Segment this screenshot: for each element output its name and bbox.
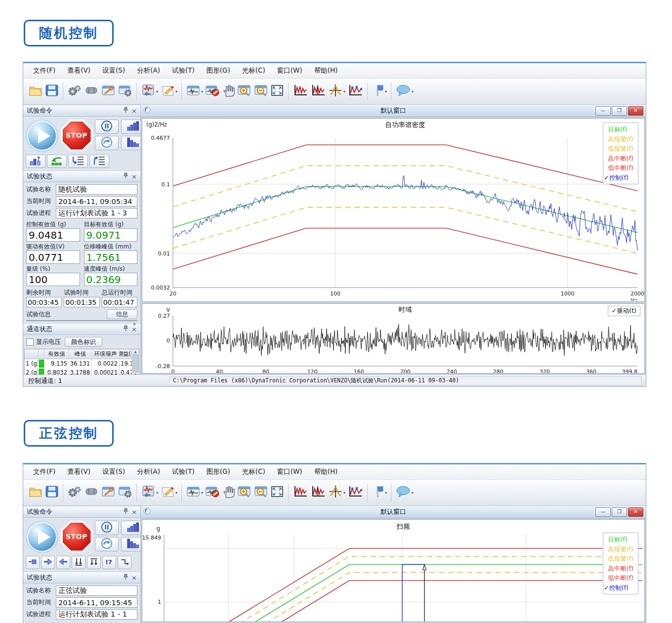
legend-item-5[interactable]: ✓控制(f) [608,583,633,593]
dropdown-arrow-icon[interactable]: ▾ [201,491,203,495]
menu-item-4[interactable]: 试验(T) [166,466,201,478]
step-into-button[interactable] [68,155,88,168]
toolbar-window-zoom-out-button[interactable] [252,482,269,503]
vertical-scrollbar[interactable]: ▲▼ [131,349,139,374]
show-voltage-checkbox[interactable] [26,338,34,346]
child-window-titlebar[interactable]: 默认窗口 — ❐ ✕ [141,105,646,117]
info-button[interactable]: 信息 [107,309,137,319]
toolbar-window-zoom-out-button[interactable] [252,81,269,102]
menu-item-7[interactable]: 窗口(W) [271,65,308,77]
menu-item-1[interactable]: 查看(V) [61,65,96,77]
scroll-up-icon[interactable]: ▲ [133,321,136,326]
toolbar-peak-cross-button[interactable]: ▾ [327,482,346,503]
legend-item-1[interactable]: 高报警(f) [608,544,633,554]
toolbar-fit-window-button[interactable] [269,81,285,102]
toolbar-spectrum-peaks-button[interactable] [292,81,309,102]
pin-icon[interactable] [124,325,128,333]
menu-item-4[interactable]: 试验(T) [166,65,201,77]
close-icon[interactable]: × [131,575,137,581]
color-id-button[interactable]: 颜色标识 [65,337,102,347]
schedule-return-button[interactable] [47,155,67,168]
toolbar-spectrum-dots-button[interactable] [346,482,364,503]
menu-item-2[interactable]: 设置(S) [96,65,131,77]
branch-button[interactable] [118,556,131,569]
minimize-button[interactable]: — [595,106,611,116]
restore-button[interactable]: ❐ [612,507,627,517]
toolbar-edit-note-button[interactable]: ▾ [159,482,178,503]
dropdown-arrow-icon[interactable]: ▾ [156,89,158,94]
menu-item-5[interactable]: 图形(G) [201,466,236,478]
level-up-button[interactable] [121,521,141,535]
toolbar-save-button[interactable] [44,482,60,503]
toolbar-spectrum-dots-button[interactable] [346,81,364,102]
toolbar-hand-button[interactable] [221,81,236,102]
start-button[interactable] [26,120,58,152]
close-button[interactable]: ✕ [628,106,643,116]
toolbar-window-wave-button[interactable]: ▾ [185,482,204,503]
dash-square-button[interactable] [26,556,40,569]
toolbar-window-zoom-in-button[interactable] [236,482,252,503]
dropdown-arrow-icon[interactable]: ▾ [412,491,414,495]
toolbar-edit-note-button[interactable]: ▾ [159,81,178,102]
level-down-button[interactable] [121,136,141,150]
menu-item-7[interactable]: 窗口(W) [271,466,308,478]
level-down-button[interactable] [121,537,141,551]
table-header-cell[interactable]: 峰值 [69,349,92,359]
legend-item-5[interactable]: ✓控制(f) [608,173,633,183]
legend-item-3[interactable]: 高中断(f) [608,564,633,574]
pin-icon[interactable] [124,172,128,180]
table-header-cell[interactable]: 有效值 [44,349,69,359]
toolbar-window-wrench-button[interactable] [100,482,117,503]
menu-item-3[interactable]: 分析(A) [131,65,166,77]
dropdown-arrow-icon[interactable]: ▾ [175,89,177,94]
drive-legend[interactable]: ✓驱动(t) [608,306,640,316]
toolbar-spectrum-cursor-button[interactable] [309,482,327,503]
pause-button[interactable] [95,120,119,134]
toolbar-spectrum-cursor-button[interactable] [309,81,327,102]
legend-item-0[interactable]: 目标(f) [608,125,633,134]
toolbar-comment-button[interactable]: ▾ [394,81,415,102]
stop-button[interactable]: STOP [61,120,92,151]
pause-button[interactable] [95,521,119,535]
toolbar-import-signal-button[interactable]: ▾ [140,81,159,102]
stop-button[interactable]: STOP [61,521,92,552]
toolbar-comment-button[interactable]: ▾ [394,482,415,503]
toolbar-flag-button[interactable]: ▾ [371,482,388,503]
menu-item-5[interactable]: 图形(G) [201,65,236,77]
step-over-button[interactable] [89,155,109,168]
toolbar-window-gear-button[interactable] [117,81,133,102]
child-window-titlebar[interactable]: 默认窗口 — ❐ ✕ [141,506,646,518]
menu-item-3[interactable]: 分析(A) [131,466,166,478]
dropdown-arrow-icon[interactable]: ▾ [156,491,158,495]
toolbar-spectrum-peaks-button[interactable] [292,482,309,503]
merge-down-button[interactable] [72,556,85,569]
legend-item-4[interactable]: 低中断(f) [608,573,633,583]
menu-item-8[interactable]: 帮助(H) [308,65,344,77]
table-row[interactable]: 1 (g)9.13536.1310.0022119.16 [25,359,139,368]
menu-item-0[interactable]: 文件(F) [27,65,61,77]
toolbar-open-folder-button[interactable] [27,81,44,102]
resume-button[interactable] [95,537,119,551]
toolbar-fit-window-button[interactable] [269,482,285,503]
menu-item-0[interactable]: 文件(F) [27,466,61,478]
toolbar-hand-button[interactable] [221,482,236,503]
toolbar-flag-button[interactable]: ▾ [371,81,388,102]
arrow-left-button[interactable] [56,556,70,569]
toolbar-window-gear-button[interactable] [117,482,133,503]
levels-query-button[interactable]: ? [26,155,45,168]
pin-icon[interactable] [124,508,128,516]
level-up-button[interactable] [121,120,141,134]
toolbar-window-stop-button[interactable] [204,482,221,503]
dropdown-arrow-icon[interactable]: ▾ [201,89,203,94]
minimize-button[interactable]: — [595,507,611,517]
close-icon[interactable]: × [131,108,137,114]
toolbar-shaker-button[interactable] [83,482,100,503]
toolbar-peak-cross-button[interactable]: ▾ [327,81,346,102]
table-header-cell[interactable] [39,349,44,359]
legend-item-1[interactable]: 高报警(f) [608,134,633,144]
dropdown-arrow-icon[interactable]: ▾ [385,89,387,94]
legend-item-0[interactable]: 目标(f) [608,535,633,544]
dropdown-arrow-icon[interactable]: ▾ [412,89,414,94]
toolbar-window-zoom-in-button[interactable] [236,81,252,102]
dropdown-arrow-icon[interactable]: ▾ [343,491,345,495]
